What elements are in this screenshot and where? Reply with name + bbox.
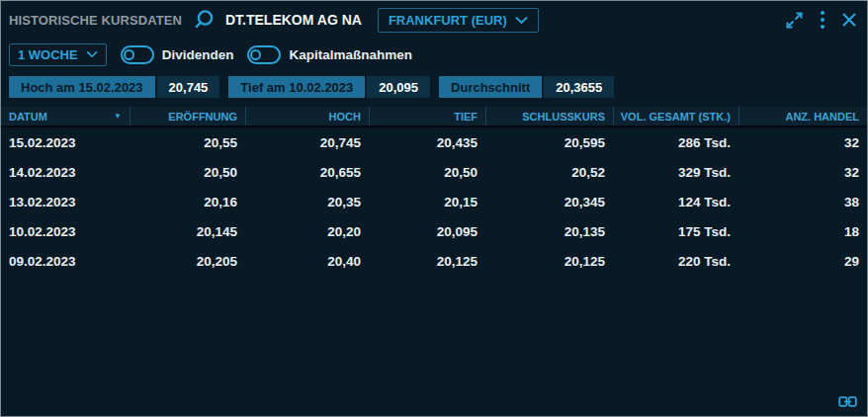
column-header-tief[interactable]: TIEF: [369, 107, 485, 125]
toggle-capital-actions-label: Kapitalmaßnahmen: [289, 47, 412, 62]
table-cell: 20,595: [485, 127, 613, 157]
instrument-name[interactable]: DT.TELEKOM AG NA: [225, 12, 362, 28]
table-row[interactable]: 15.02.202320,5520,74520,43520,595286 Tsd…: [1, 127, 867, 157]
controls-row: 1 WOCHE Dividenden Kapitalmaßnahmen: [1, 41, 867, 68]
table-cell: 20,35: [245, 187, 369, 216]
stat-high-value: 20,745: [157, 76, 220, 98]
table-cell: 329 Tsd.: [613, 157, 738, 187]
table-cell: 14.02.2023: [1, 157, 130, 187]
table-cell: 18: [738, 216, 867, 246]
table-cell: 09.02.2023: [1, 246, 130, 276]
toggle-knob: [250, 49, 261, 60]
table-cell: 13.02.2023: [1, 187, 130, 216]
table-header-row: DATUM▼ERÖFFNUNGHOCHTIEFSCHLUSSKURSVOL. G…: [1, 107, 867, 127]
window-controls: [785, 10, 857, 30]
table-cell: 20,345: [485, 187, 613, 216]
column-header-datum[interactable]: DATUM▼: [1, 107, 130, 125]
table-cell: 20,52: [485, 157, 613, 187]
close-icon[interactable]: [841, 12, 857, 28]
table-cell: 20,50: [130, 157, 245, 187]
expand-icon[interactable]: [785, 11, 804, 30]
toggle-switch-icon: [247, 45, 281, 64]
table-cell: 29: [738, 246, 867, 276]
table-cell: 286 Tsd.: [613, 127, 738, 157]
period-select-value: 1 WOCHE: [18, 47, 78, 62]
stat-low-label: Tief am 10.02.2023: [228, 76, 365, 98]
column-header-label: ERÖFFNUNG: [168, 111, 237, 123]
table-cell: 20,40: [245, 246, 369, 276]
table-cell: 124 Tsd.: [613, 187, 738, 216]
table-row[interactable]: 14.02.202320,5020,65520,5020,52329 Tsd.3…: [1, 157, 867, 187]
table-cell: 20,745: [245, 127, 369, 157]
table-cell: 20,655: [245, 157, 369, 187]
table-row[interactable]: 13.02.202320,1620,3520,1520,345124 Tsd.3…: [1, 187, 867, 216]
historical-prices-widget: HISTORISCHE KURSDATEN DT.TELEKOM AG NA F…: [0, 0, 868, 417]
table-cell: 20,205: [130, 246, 245, 276]
table-cell: 20,125: [369, 246, 485, 276]
toggle-capital-actions[interactable]: Kapitalmaßnahmen: [247, 45, 412, 64]
column-header-eröffnung[interactable]: ERÖFFNUNG: [130, 107, 245, 125]
table-cell: 10.02.2023: [1, 216, 130, 246]
table-cell: 20,435: [369, 127, 485, 157]
exchange-select[interactable]: FRANKFURT (EUR): [378, 8, 539, 33]
toggle-knob: [124, 49, 134, 60]
column-header-label: TIEF: [454, 111, 477, 123]
page-title: HISTORISCHE KURSDATEN: [9, 13, 182, 28]
table-cell: 175 Tsd.: [613, 216, 738, 246]
chevron-down-icon: [86, 50, 98, 58]
column-header-label: ANZ. HANDEL: [785, 111, 859, 123]
column-header-label: SCHLUSSKURS: [522, 111, 605, 123]
column-header-anz-handel[interactable]: ANZ. HANDEL: [738, 107, 867, 125]
search-icon[interactable]: [192, 8, 216, 32]
period-select[interactable]: 1 WOCHE: [9, 43, 107, 66]
table-cell: 220 Tsd.: [613, 246, 738, 276]
toggle-switch-icon: [121, 45, 154, 64]
table-cell: 20,50: [369, 157, 485, 187]
stats-row: Hoch am 15.02.2023 20,745 Tief am 10.02.…: [1, 76, 867, 98]
column-header-schlusskurs[interactable]: SCHLUSSKURS: [485, 107, 613, 125]
column-header-hoch[interactable]: HOCH: [245, 107, 369, 125]
column-header-label: DATUM: [9, 111, 47, 123]
table-cell: 20,16: [130, 187, 245, 216]
link-icon[interactable]: [838, 395, 857, 408]
table-cell: 20,55: [130, 127, 245, 157]
table-row[interactable]: 09.02.202320,20520,4020,12520,125220 Tsd…: [1, 246, 867, 276]
toggle-dividends[interactable]: Dividenden: [121, 45, 234, 64]
exchange-select-value: FRANKFURT (EUR): [389, 13, 507, 28]
table-cell: 20,145: [130, 216, 245, 246]
table-cell: 32: [738, 127, 867, 157]
table-cell: 15.02.2023: [1, 127, 130, 157]
table-cell: 38: [738, 187, 867, 216]
table-cell: 20,20: [245, 216, 369, 246]
table-cell: 20,125: [485, 246, 613, 276]
chevron-down-icon: [515, 16, 528, 25]
column-header-label: HOCH: [329, 111, 361, 123]
table-row[interactable]: 10.02.202320,14520,2020,09520,135175 Tsd…: [1, 216, 867, 246]
stat-high: Hoch am 15.02.2023 20,745: [9, 76, 219, 98]
stat-average-value: 20,3655: [544, 76, 614, 98]
price-table: DATUM▼ERÖFFNUNGHOCHTIEFSCHLUSSKURSVOL. G…: [1, 107, 867, 276]
stat-average-label: Durchschnitt: [439, 76, 542, 98]
stat-low: Tief am 10.02.2023 20,095: [228, 76, 430, 98]
titlebar: HISTORISCHE KURSDATEN DT.TELEKOM AG NA F…: [1, 1, 867, 39]
table-cell: 20,135: [485, 216, 613, 246]
table-cell: 20,095: [369, 216, 485, 246]
toggle-dividends-label: Dividenden: [162, 47, 234, 62]
sort-desc-icon: ▼: [114, 112, 122, 121]
table-body: 15.02.202320,5520,74520,43520,595286 Tsd…: [1, 127, 867, 276]
table-cell: 32: [738, 157, 867, 187]
stat-average: Durchschnitt 20,3655: [439, 76, 614, 98]
kebab-menu-icon[interactable]: [820, 10, 825, 30]
table-cell: 20,15: [369, 187, 485, 216]
stat-high-label: Hoch am 15.02.2023: [9, 76, 155, 98]
column-header-vol-gesamt-stk[interactable]: VOL. GESAMT (STK.): [613, 107, 738, 125]
column-header-label: VOL. GESAMT (STK.): [621, 111, 731, 123]
stat-low-value: 20,095: [367, 76, 430, 98]
